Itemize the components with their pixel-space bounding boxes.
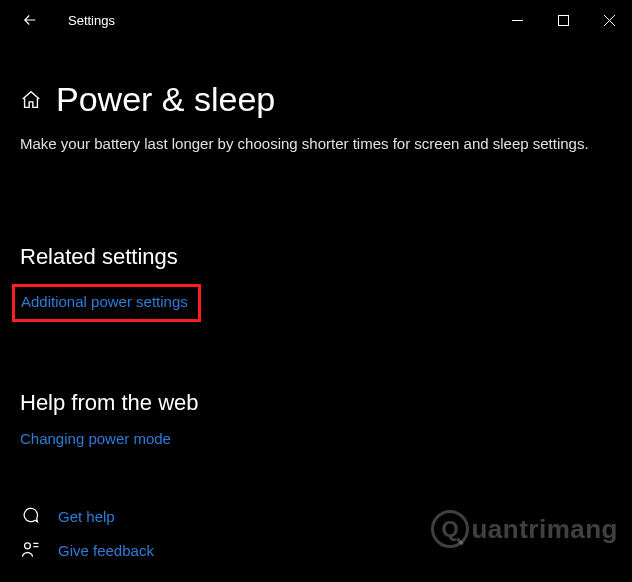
page-title: Power & sleep	[56, 80, 275, 119]
feedback-icon	[20, 540, 40, 560]
related-settings-heading: Related settings	[20, 244, 612, 270]
give-feedback-link: Give feedback	[58, 542, 154, 559]
minimize-button[interactable]	[494, 0, 540, 40]
chat-icon	[20, 506, 40, 526]
additional-power-settings-link[interactable]: Additional power settings	[21, 293, 188, 310]
highlight-box: Additional power settings	[12, 284, 201, 322]
content-area: Power & sleep Make your battery last lon…	[0, 80, 632, 560]
svg-point-4	[25, 543, 31, 549]
help-from-web-section: Help from the web Changing power mode	[20, 390, 612, 448]
titlebar: Settings	[0, 0, 632, 40]
changing-power-mode-link[interactable]: Changing power mode	[20, 430, 171, 447]
page-header: Power & sleep	[20, 80, 612, 119]
give-feedback-row[interactable]: Give feedback	[20, 540, 612, 560]
svg-rect-1	[558, 15, 568, 25]
get-help-link: Get help	[58, 508, 115, 525]
window-title: Settings	[68, 13, 115, 28]
page-description: Make your battery last longer by choosin…	[20, 133, 600, 154]
back-button[interactable]	[20, 10, 40, 30]
maximize-button[interactable]	[540, 0, 586, 40]
home-icon[interactable]	[20, 89, 42, 111]
close-button[interactable]	[586, 0, 632, 40]
window-controls	[494, 0, 632, 40]
related-settings-section: Related settings Additional power settin…	[20, 244, 612, 322]
help-from-web-heading: Help from the web	[20, 390, 612, 416]
support-section: Get help Give feedback	[20, 506, 612, 560]
titlebar-left: Settings	[0, 10, 115, 30]
get-help-row[interactable]: Get help	[20, 506, 612, 526]
